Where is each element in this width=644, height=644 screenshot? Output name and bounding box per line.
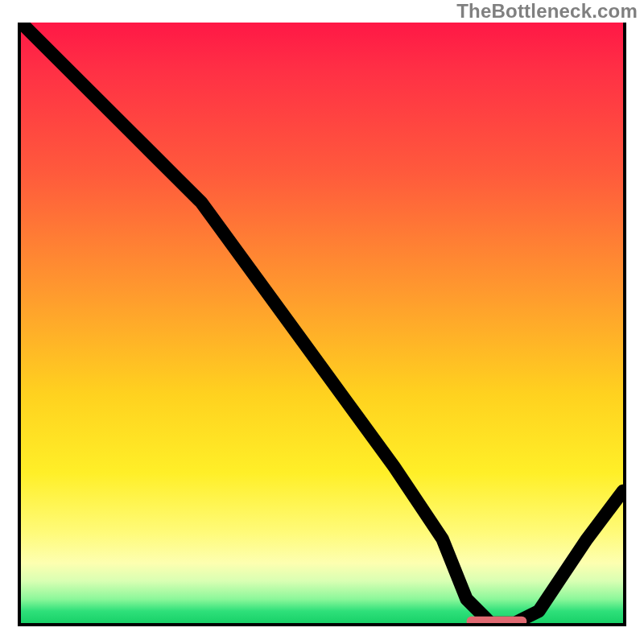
attribution-text: TheBottleneck.com <box>456 0 638 23</box>
bottleneck-curve <box>21 23 623 623</box>
chart-stage: TheBottleneck.com <box>0 0 644 644</box>
line-chart-svg <box>21 23 623 623</box>
marker-rect <box>467 617 527 623</box>
plot-area <box>18 23 626 626</box>
